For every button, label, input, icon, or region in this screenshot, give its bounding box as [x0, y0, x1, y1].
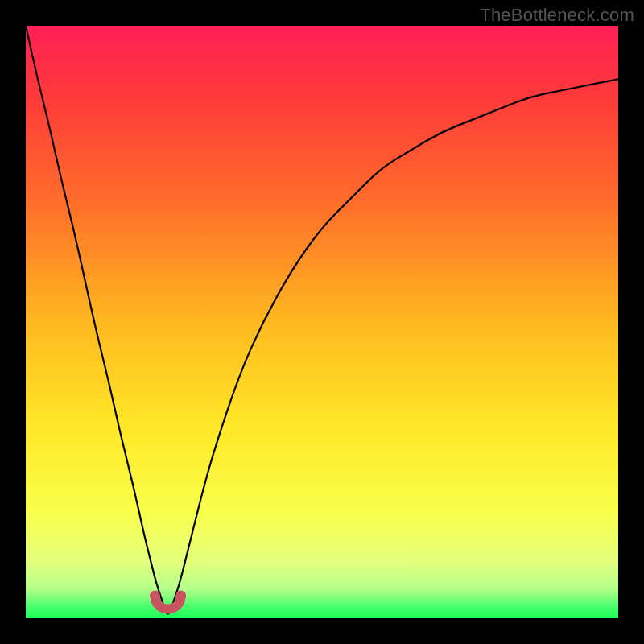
curve-path — [26, 26, 618, 613]
bottleneck-curve — [26, 26, 618, 618]
notch-marker — [150, 590, 186, 609]
chart-frame: TheBottleneck.com — [0, 0, 644, 644]
plot-area — [26, 26, 618, 618]
watermark-text: TheBottleneck.com — [480, 5, 634, 26]
svg-point-2 — [175, 590, 186, 601]
svg-point-1 — [150, 590, 160, 601]
